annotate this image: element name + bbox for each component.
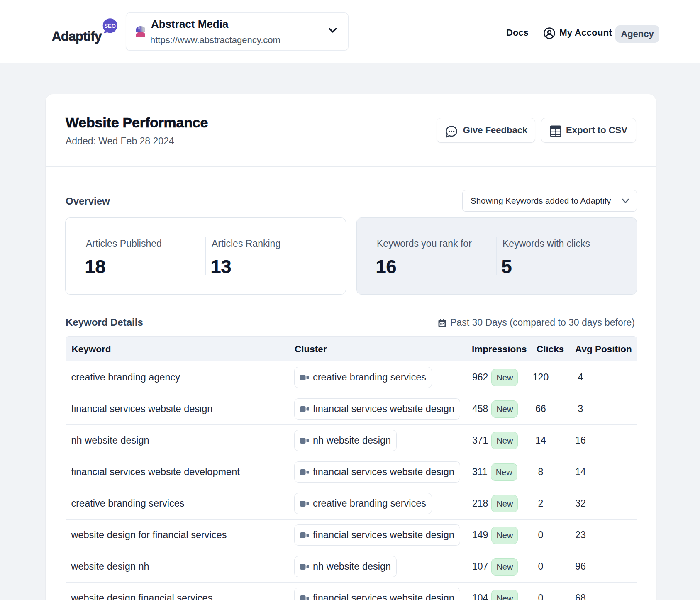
svg-text:SEO: SEO xyxy=(104,23,115,29)
